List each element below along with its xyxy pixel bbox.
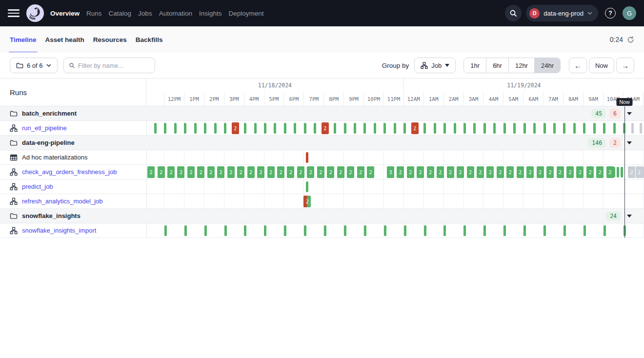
run-mark[interactable] bbox=[383, 123, 386, 134]
run-mark[interactable]: 2 bbox=[467, 166, 474, 178]
run-mark[interactable] bbox=[164, 225, 167, 236]
run-mark[interactable]: 2 bbox=[397, 166, 404, 178]
run-mark[interactable] bbox=[364, 225, 366, 236]
run-mark[interactable]: 2 bbox=[596, 166, 604, 178]
run-mark[interactable] bbox=[404, 225, 406, 236]
nav-item-deployment[interactable]: Deployment bbox=[228, 10, 263, 17]
run-mark[interactable] bbox=[363, 123, 366, 134]
run-mark[interactable] bbox=[483, 225, 486, 236]
code-location-scope-button[interactable]: 6 of 6 bbox=[10, 58, 58, 73]
run-mark[interactable]: 2 bbox=[287, 166, 294, 178]
run-mark[interactable] bbox=[617, 167, 619, 178]
page-forward-button[interactable]: → bbox=[616, 58, 634, 73]
range-24hr[interactable]: 24hr bbox=[534, 58, 560, 73]
run-mark[interactable]: 2 bbox=[147, 166, 155, 178]
run-mark[interactable] bbox=[640, 123, 642, 134]
run-mark[interactable] bbox=[621, 167, 623, 178]
row-name[interactable]: snowflake_insights_import bbox=[22, 227, 96, 234]
run-mark[interactable]: 2 bbox=[411, 122, 419, 134]
row-name[interactable]: check_avg_orders_freshness_job bbox=[22, 168, 117, 176]
run-mark[interactable]: 2 bbox=[636, 166, 643, 178]
dagster-logo[interactable] bbox=[26, 4, 44, 22]
run-mark[interactable] bbox=[294, 123, 296, 134]
run-mark[interactable]: 2 bbox=[437, 166, 444, 178]
run-mark[interactable]: 2 bbox=[628, 166, 635, 178]
run-mark[interactable]: 2 bbox=[158, 166, 165, 178]
refresh-icon[interactable] bbox=[627, 36, 634, 43]
run-mark[interactable]: 2 bbox=[477, 166, 484, 178]
expand-caret-button[interactable] bbox=[625, 212, 633, 220]
tab-asset-health[interactable]: Asset health bbox=[45, 26, 84, 53]
run-mark[interactable] bbox=[523, 123, 526, 134]
run-mark[interactable]: 2 bbox=[337, 166, 344, 178]
help-button[interactable]: ? bbox=[603, 5, 618, 21]
run-mark[interactable] bbox=[463, 123, 466, 134]
run-mark[interactable]: 2 bbox=[427, 166, 434, 178]
run-mark[interactable]: 2 bbox=[297, 166, 304, 178]
run-mark[interactable]: 2 bbox=[546, 166, 554, 178]
run-mark[interactable] bbox=[384, 225, 386, 236]
run-mark[interactable] bbox=[573, 123, 576, 134]
nav-item-insights[interactable]: Insights bbox=[199, 10, 222, 17]
run-mark[interactable] bbox=[154, 123, 157, 134]
run-mark[interactable] bbox=[443, 225, 446, 236]
run-mark[interactable]: 2 bbox=[347, 166, 354, 178]
run-mark[interactable]: 2 bbox=[267, 166, 275, 178]
run-mark[interactable] bbox=[523, 225, 526, 236]
run-mark[interactable] bbox=[543, 123, 546, 134]
run-mark[interactable]: 2 bbox=[506, 166, 514, 178]
run-mark[interactable] bbox=[434, 123, 436, 134]
run-mark[interactable] bbox=[224, 225, 227, 236]
run-mark[interactable] bbox=[583, 123, 585, 134]
run-mark[interactable]: 2 bbox=[247, 166, 255, 178]
tab-resources[interactable]: Resources bbox=[93, 26, 127, 53]
run-mark[interactable] bbox=[264, 123, 266, 134]
menu-icon[interactable] bbox=[8, 9, 20, 17]
tab-backfills[interactable]: Backfills bbox=[136, 26, 163, 53]
run-mark[interactable]: 2 bbox=[557, 166, 564, 178]
run-mark[interactable]: 2 bbox=[177, 166, 184, 178]
run-mark[interactable] bbox=[174, 123, 177, 134]
run-mark[interactable] bbox=[493, 123, 496, 134]
run-mark[interactable] bbox=[306, 181, 308, 192]
run-mark[interactable] bbox=[306, 152, 308, 163]
run-mark[interactable] bbox=[334, 123, 336, 134]
nav-item-overview[interactable]: Overview bbox=[50, 10, 80, 17]
run-mark[interactable] bbox=[423, 123, 426, 134]
run-mark[interactable] bbox=[374, 123, 376, 134]
run-mark[interactable] bbox=[354, 123, 356, 134]
run-mark[interactable] bbox=[533, 123, 536, 134]
run-mark[interactable]: 2 bbox=[586, 166, 594, 178]
run-mark[interactable] bbox=[604, 225, 606, 236]
run-mark[interactable] bbox=[564, 225, 566, 236]
tab-timeline[interactable]: Timeline bbox=[10, 26, 37, 53]
run-mark[interactable]: 2 bbox=[526, 166, 534, 178]
range-6hr[interactable]: 6hr bbox=[486, 58, 508, 73]
nav-item-runs[interactable]: Runs bbox=[86, 10, 102, 17]
run-mark[interactable] bbox=[553, 123, 556, 134]
run-mark[interactable] bbox=[613, 123, 616, 134]
run-mark[interactable]: 2 bbox=[576, 166, 584, 178]
run-mark[interactable] bbox=[304, 225, 306, 236]
avatar[interactable]: G bbox=[623, 6, 636, 20]
run-mark[interactable] bbox=[244, 123, 246, 134]
run-mark[interactable]: 2 bbox=[197, 166, 204, 178]
run-mark[interactable] bbox=[584, 225, 586, 236]
run-mark[interactable] bbox=[164, 123, 166, 134]
run-mark[interactable]: 2 bbox=[237, 166, 244, 178]
search-button[interactable] bbox=[505, 5, 522, 21]
run-mark[interactable]: 2 bbox=[486, 166, 494, 178]
expand-caret-button[interactable] bbox=[625, 110, 633, 118]
run-mark[interactable]: 2 bbox=[497, 166, 504, 178]
run-mark[interactable] bbox=[613, 167, 615, 178]
run-mark[interactable] bbox=[344, 225, 346, 236]
row-name[interactable]: predict_job bbox=[22, 183, 53, 190]
expand-caret-button[interactable] bbox=[625, 139, 633, 147]
nav-item-automation[interactable]: Automation bbox=[159, 10, 192, 17]
run-mark[interactable] bbox=[483, 123, 486, 134]
group-by-select[interactable]: Job bbox=[414, 58, 456, 73]
workspace-switcher[interactable]: D data-eng-prod bbox=[526, 5, 598, 21]
run-mark[interactable] bbox=[254, 123, 257, 134]
run-mark[interactable]: 2 bbox=[322, 122, 329, 134]
run-mark[interactable] bbox=[543, 225, 546, 236]
